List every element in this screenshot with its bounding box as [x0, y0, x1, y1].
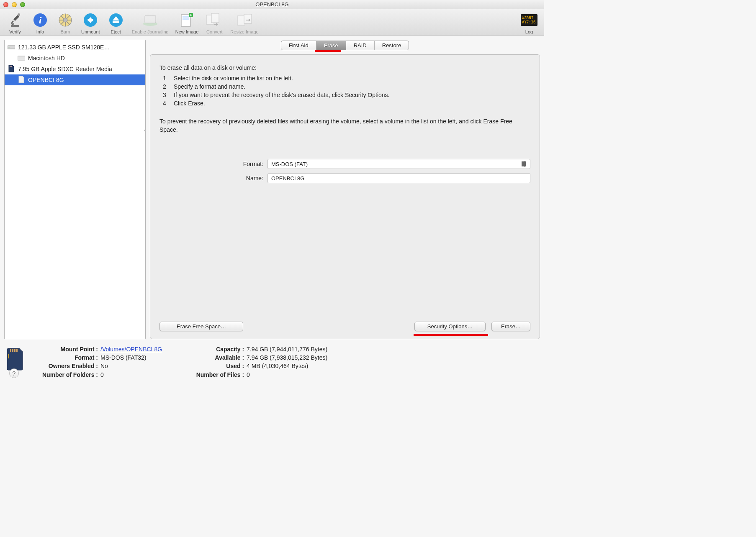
svg-rect-33: [10, 66, 10, 67]
select-chevron-icon: [522, 161, 527, 167]
volume-row[interactable]: Macintosh HD: [5, 53, 145, 64]
sd-volume-row[interactable]: OPENBCI 8G: [5, 74, 145, 85]
new-image-button[interactable]: New Image: [173, 12, 201, 34]
mount-point-link[interactable]: /Volumes/OPENBCI 8G: [100, 345, 162, 353]
svg-rect-25: [237, 16, 245, 25]
toolbar-label: Log: [520, 29, 538, 34]
zoom-window-button[interactable]: [20, 2, 25, 7]
annotation-underline-tab: [315, 50, 341, 52]
svg-point-31: [9, 47, 10, 48]
right-pane: First Aid Erase RAID Restore To erase al…: [150, 40, 540, 339]
close-window-button[interactable]: [3, 2, 8, 7]
tab-first-aid[interactable]: First Aid: [281, 41, 316, 50]
erase-button[interactable]: Erase…: [491, 322, 530, 331]
svg-text:WARNI: WARNI: [522, 16, 533, 20]
convert-icon: [206, 13, 223, 28]
window-controls: [0, 2, 25, 7]
svg-text:i: i: [39, 15, 42, 26]
sd-card-icon: [7, 348, 25, 371]
tab-raid[interactable]: RAID: [346, 41, 375, 50]
content-area: 121.33 GB APPLE SSD SM128E… Macintosh HD…: [0, 36, 544, 339]
name-value: OPENBCI 8G: [271, 175, 304, 182]
svg-point-2: [18, 13, 20, 16]
svg-rect-18: [183, 16, 189, 18]
tab-erase[interactable]: Erase: [316, 41, 346, 50]
eject-icon: [109, 13, 123, 27]
erase-steps: 1Select the disk or volume in the list o…: [159, 74, 530, 108]
svg-rect-35: [11, 66, 12, 67]
format-select[interactable]: MS-DOS (FAT): [267, 159, 530, 169]
tab-bar: First Aid Erase RAID Restore: [150, 41, 540, 50]
verify-button[interactable]: Verify: [3, 12, 27, 34]
burn-icon: [58, 13, 72, 27]
num-folders-value: 0: [100, 371, 104, 379]
volume-icon: [17, 54, 26, 62]
tab-restore[interactable]: Restore: [375, 41, 409, 50]
security-options-button[interactable]: Security Options…: [414, 322, 486, 331]
erase-buttons: Erase Free Space… Security Options… Eras…: [159, 322, 530, 331]
disk-row[interactable]: 121.33 GB APPLE SSD SM128E…: [5, 42, 145, 53]
volume-info: Mount Point : /Volumes/OPENBCI 8G Format…: [0, 339, 544, 382]
owners-enabled-label: Owners Enabled :: [38, 362, 100, 370]
enable-journaling-button: Enable Journaling: [129, 12, 171, 34]
sd-volume-icon: [17, 76, 26, 84]
resize-image-button: Resize Image: [228, 12, 261, 34]
num-files-value: 0: [247, 371, 250, 379]
info-button[interactable]: i Info: [28, 12, 52, 34]
tab-label: Restore: [382, 42, 401, 49]
disk-tree[interactable]: 121.33 GB APPLE SSD SM128E… Macintosh HD…: [4, 40, 146, 339]
sd-reader-row[interactable]: 7.95 GB Apple SDXC Reader Media: [5, 64, 145, 74]
erase-panel: To erase all data on a disk or volume: 1…: [150, 54, 540, 339]
toolbar-label: Info: [31, 29, 49, 34]
erase-form: Format: MS-DOS (FAT) Name: OPENBCI 8G: [159, 159, 530, 187]
svg-rect-1: [13, 23, 14, 26]
titlebar[interactable]: OPENBCI 8G: [0, 0, 544, 9]
svg-rect-26: [244, 14, 252, 23]
svg-rect-40: [8, 354, 9, 358]
erase-free-space-button[interactable]: Erase Free Space…: [159, 322, 243, 331]
used-value: 4 MB (4,030,464 Bytes): [247, 362, 308, 370]
burn-button: Burn: [54, 12, 77, 34]
step-3: 3If you want to prevent the recovery of …: [159, 91, 530, 99]
microscope-icon: [8, 13, 22, 28]
svg-rect-19: [183, 18, 189, 20]
toolbar-label: New Image: [175, 29, 199, 34]
svg-rect-24: [211, 13, 219, 23]
name-input[interactable]: OPENBCI 8G: [267, 173, 530, 183]
sd-reader-icon: [7, 65, 15, 73]
step-text: Click Erase.: [174, 99, 205, 107]
svg-rect-16: [145, 15, 156, 23]
tab-label: RAID: [354, 42, 367, 49]
tab-label: First Aid: [289, 42, 309, 49]
available-value: 7.94 GB (7,938,015,232 Bytes): [247, 353, 327, 362]
log-button[interactable]: WARNI AY7:36 Log: [517, 12, 541, 34]
svg-rect-36: [10, 349, 11, 352]
svg-rect-34: [10, 66, 11, 67]
new-image-icon: [179, 12, 195, 28]
journal-icon: [142, 14, 158, 26]
format-row: Format: MS-DOS (FAT): [159, 159, 530, 169]
splitter-handle[interactable]: [144, 130, 146, 131]
step-text: Select the disk or volume in the list on…: [174, 74, 293, 82]
window-title: OPENBCI 8G: [0, 1, 544, 8]
step-4: 4Click Erase.: [159, 99, 530, 107]
resize-icon: [236, 13, 253, 28]
svg-point-11: [63, 18, 67, 22]
toolbar-label: Verify: [6, 29, 24, 34]
log-icon: WARNI AY7:36: [521, 14, 537, 26]
window: OPENBCI 8G Verify i Inf: [0, 0, 544, 382]
tab-group: First Aid Erase RAID Restore: [281, 41, 409, 50]
step-text: Specify a format and name.: [174, 82, 245, 91]
tree-item-label: 7.95 GB Apple SDXC Reader Media: [18, 66, 112, 72]
svg-text:AY7:36: AY7:36: [522, 20, 536, 24]
help-button[interactable]: ?: [9, 368, 19, 378]
available-label: Available :: [191, 353, 247, 362]
convert-button: Convert: [203, 12, 226, 34]
eject-button[interactable]: Eject: [104, 12, 128, 34]
num-files-label: Number of Files :: [191, 371, 247, 379]
minimize-window-button[interactable]: [12, 2, 17, 7]
unmount-button[interactable]: Unmount: [79, 12, 103, 34]
toolbar-label: Resize Image: [230, 29, 258, 34]
toolbar-label: Enable Journaling: [132, 29, 169, 34]
info-icon: i: [33, 13, 47, 27]
